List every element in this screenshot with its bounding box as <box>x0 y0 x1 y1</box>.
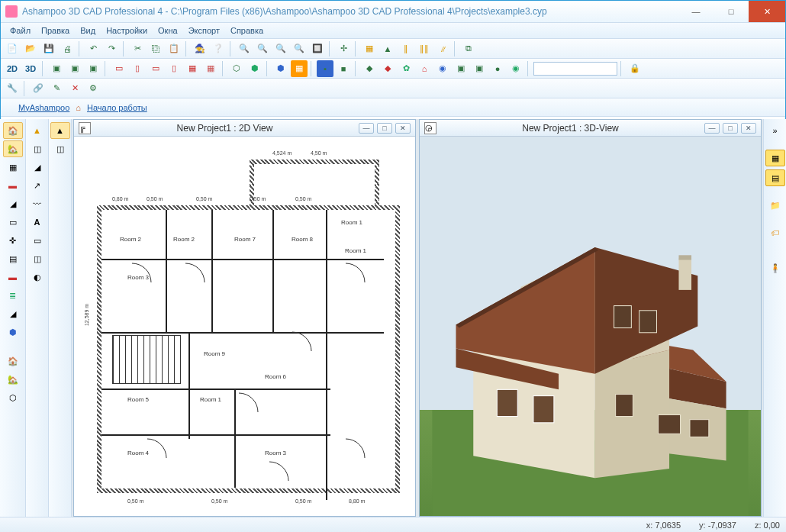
folder-icon[interactable]: 📁 <box>765 197 785 214</box>
tool-icon[interactable]: ◉ <box>434 60 451 77</box>
tool-icon[interactable]: ⌂ <box>416 60 433 77</box>
tool-icon[interactable]: ◫ <box>50 140 70 157</box>
view-maximize-button[interactable]: □ <box>723 123 738 134</box>
tool-icon[interactable]: ▬ <box>3 177 23 194</box>
tool-icon[interactable]: 🏠 <box>3 353 23 369</box>
close-button[interactable]: ✕ <box>749 1 785 22</box>
tool-icon[interactable]: ▣ <box>471 60 488 77</box>
copy-icon[interactable]: ⿻ <box>147 40 164 57</box>
tool-icon[interactable]: ▭ <box>3 214 23 231</box>
btn-2d[interactable]: 2D <box>4 64 21 73</box>
layout-icon[interactable]: ▭ <box>147 60 164 77</box>
btn-3d[interactable]: 3D <box>22 64 39 73</box>
menu-export[interactable]: Экспорт <box>184 24 224 37</box>
move-icon[interactable]: ✢ <box>335 40 352 57</box>
diag-icon[interactable]: ⫽ <box>434 40 451 57</box>
minimize-button[interactable]: — <box>678 1 714 22</box>
floor-icon[interactable]: ⬡ <box>228 60 245 77</box>
zoom-icon[interactable]: 🔍 <box>236 40 253 57</box>
menu-settings[interactable]: Настройки <box>101 24 152 37</box>
pointer-tool-icon[interactable]: ▲ <box>50 122 70 139</box>
panel-icon[interactable]: ▤ <box>765 169 785 186</box>
tool-icon[interactable]: ≣ <box>3 287 23 304</box>
tool-icon[interactable]: ◆ <box>361 60 378 77</box>
tool-icon[interactable]: ◢ <box>3 305 23 322</box>
menu-view[interactable]: Вид <box>76 24 100 37</box>
view-close-button[interactable]: ✕ <box>395 123 411 134</box>
color-icon[interactable]: ▪ <box>317 60 333 77</box>
square-icon[interactable]: ■ <box>335 60 352 77</box>
menu-file[interactable]: Файл <box>5 24 35 37</box>
tool-icon[interactable]: 🏡 <box>3 371 23 388</box>
tool-icon[interactable]: ▤ <box>3 250 23 267</box>
layout-icon[interactable]: ▦ <box>184 60 201 77</box>
texture-icon[interactable]: ▦ <box>291 60 308 77</box>
tool-icon[interactable]: ◢ <box>27 159 47 176</box>
snap-icon[interactable]: ‖ <box>398 40 414 57</box>
menu-help[interactable]: Справка <box>226 24 268 37</box>
tool-icon[interactable]: ● <box>489 60 506 77</box>
expand-icon[interactable]: » <box>765 122 785 139</box>
layout-icon[interactable]: ▦ <box>202 60 219 77</box>
menu-edit[interactable]: Правка <box>37 24 74 37</box>
tool-icon[interactable]: ▣ <box>453 60 469 77</box>
tool-icon[interactable]: ✿ <box>398 60 414 77</box>
paste-icon[interactable]: 📋 <box>166 40 182 57</box>
text-tool-icon[interactable]: A <box>27 214 47 231</box>
undo-icon[interactable]: ↶ <box>85 40 101 57</box>
tool-icon[interactable]: ◫ <box>27 140 47 157</box>
view-minimize-button[interactable]: — <box>704 123 720 134</box>
tool-icon[interactable]: 〰 <box>27 195 47 212</box>
view-close-button[interactable]: ✕ <box>741 123 756 134</box>
cut-icon[interactable]: ✂ <box>129 40 146 57</box>
view-body-2d[interactable]: Room 2 Room 2 Room 7 Room 8 Room 1 Room … <box>74 137 415 516</box>
zoom-in-icon[interactable]: 🔍 <box>254 40 271 57</box>
help-icon[interactable]: ❔ <box>210 40 227 57</box>
tool-icon[interactable]: ◢ <box>3 195 23 212</box>
menu-windows[interactable]: Окна <box>153 24 182 37</box>
zoom-out-icon[interactable]: 🔍 <box>272 40 289 57</box>
settings-icon[interactable]: ⚙ <box>85 80 101 97</box>
pointer-icon[interactable]: ▲ <box>379 40 396 57</box>
open-icon[interactable]: 📂 <box>22 40 39 57</box>
grid-icon[interactable]: ▦ <box>361 40 378 57</box>
layer-icon[interactable]: ⧉ <box>460 40 477 57</box>
tool-icon[interactable]: ▭ <box>27 232 47 249</box>
save-icon[interactable]: 💾 <box>40 40 57 57</box>
wall-tool-icon[interactable]: 🏠 <box>3 122 23 139</box>
layer-select[interactable] <box>533 62 617 76</box>
view-body-3d[interactable] <box>420 137 761 516</box>
link-myashampoo[interactable]: MyAshampoo <box>15 103 72 112</box>
maximize-button[interactable]: □ <box>714 1 749 22</box>
link-start[interactable]: Начало работы <box>84 103 150 112</box>
tool-icon[interactable]: ◫ <box>27 250 47 267</box>
lock-icon[interactable]: 🔒 <box>627 60 643 77</box>
tool-icon[interactable]: ↗ <box>27 177 47 194</box>
panel-icon[interactable]: ▦ <box>765 150 785 166</box>
layout-icon[interactable]: ▯ <box>129 60 146 77</box>
guides-icon[interactable]: ‖‖ <box>416 40 433 57</box>
tool-icon[interactable]: ◐ <box>27 269 47 285</box>
layout-icon[interactable]: ▯ <box>166 60 182 77</box>
saveas-icon[interactable]: 🖨 <box>59 40 76 57</box>
tool-icon[interactable]: ⬡ <box>3 389 23 406</box>
edit-icon[interactable]: ✎ <box>48 80 65 97</box>
tool-icon[interactable]: ▬ <box>3 269 23 285</box>
tool-icon[interactable]: ✜ <box>3 232 23 249</box>
cube-icon[interactable]: ⬢ <box>272 60 289 77</box>
wizard-icon[interactable]: 🧙 <box>192 40 208 57</box>
zoom-window-icon[interactable]: 🔲 <box>309 40 326 57</box>
tool-icon[interactable]: ◆ <box>379 60 396 77</box>
select-tool-icon[interactable]: ▲ <box>27 122 47 139</box>
link-icon[interactable]: 🔗 <box>30 80 47 97</box>
view-icon[interactable]: ▣ <box>66 60 83 77</box>
view-icon[interactable]: ▣ <box>48 60 65 77</box>
redo-icon[interactable]: ↷ <box>103 40 120 57</box>
layout-icon[interactable]: ▭ <box>111 60 127 77</box>
floor-icon[interactable]: ⬢ <box>246 60 263 77</box>
tag-icon[interactable]: 🏷 <box>765 224 785 241</box>
delete-icon[interactable]: ✕ <box>66 80 83 97</box>
view-maximize-button[interactable]: □ <box>377 123 392 134</box>
zoom-fit-icon[interactable]: 🔍 <box>291 40 308 57</box>
tool-icon[interactable]: ▦ <box>3 159 23 176</box>
